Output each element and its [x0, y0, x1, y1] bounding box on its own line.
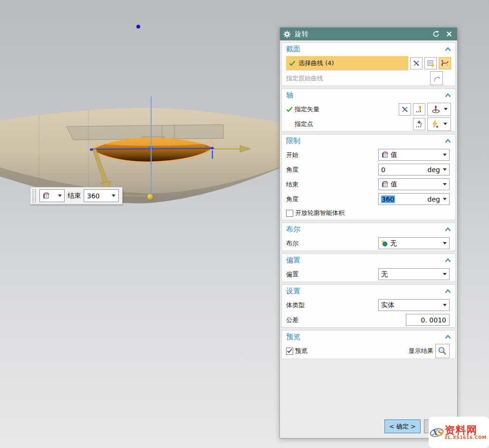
preview-checkbox[interactable] — [286, 348, 293, 355]
dropdown-caret-icon — [443, 304, 447, 306]
specify-point-label: 指定点 — [295, 120, 313, 128]
boolean-dropdown[interactable]: 无 — [378, 237, 450, 249]
axis-header-label: 轴 — [286, 91, 293, 100]
reverse-direction-button[interactable] — [410, 57, 422, 69]
vector-method-dropdown[interactable] — [427, 103, 451, 116]
collapse-chevron-icon[interactable] — [445, 47, 451, 51]
floating-end-angle-value: 360 — [87, 192, 100, 200]
check-icon — [289, 60, 296, 66]
original-curve-label: 指定原始曲线 — [286, 74, 323, 83]
specify-vector-label: 指定矢量 — [295, 105, 319, 114]
reset-button[interactable] — [431, 29, 441, 39]
point-method-dropdown[interactable] — [427, 117, 451, 131]
handle-connector-line — [120, 195, 147, 196]
watermark-site-name: 资料网 — [444, 425, 477, 436]
original-curve-icon — [432, 74, 441, 83]
settings-header-label: 设置 — [286, 287, 300, 296]
watermark: X S 资料网 ZL.XS1616.COM — [429, 417, 489, 448]
reverse-direction-icon — [412, 59, 420, 67]
limits-header-label: 限制 — [286, 136, 300, 146]
select-curve-label: 选择曲线 (4) — [298, 59, 334, 68]
show-result-button[interactable] — [435, 344, 450, 358]
curve-endpoint-left — [90, 148, 93, 151]
end-angle-unit: deg — [428, 195, 440, 203]
show-result-label: 显示结果 — [409, 347, 433, 355]
angle-drag-handle[interactable] — [147, 194, 153, 200]
panel-settings: 设置 体类型 实体 公差 — [281, 284, 456, 328]
svg-text:S: S — [437, 428, 443, 438]
tolerance-value: 0. 0010 — [421, 316, 446, 324]
curve-rule-icon — [441, 59, 449, 68]
sketch-section-icon — [427, 59, 435, 68]
onscreen-input-bar: 结束 360 — [30, 187, 123, 205]
end-type-dropdown[interactable] — [39, 189, 65, 202]
panel-boolean: 布尔 布尔 无 — [281, 223, 456, 251]
collapse-chevron-icon[interactable] — [445, 139, 451, 143]
end-angle-input[interactable]: 360 deg — [378, 193, 450, 205]
close-button[interactable]: × — [444, 29, 454, 39]
offset-header-label: 偏置 — [286, 256, 300, 265]
inferred-vector-icon — [431, 105, 441, 114]
panel-preview: 预览 预览 显示结果 — [281, 330, 456, 359]
collapse-chevron-icon[interactable] — [445, 335, 451, 339]
boolean-label: 布尔 — [286, 239, 298, 248]
point-dialog-button[interactable] — [413, 118, 425, 130]
point-dialog-icon — [415, 120, 423, 128]
body-type-dropdown[interactable]: 实体 — [378, 299, 450, 311]
dialog-titlebar[interactable]: 旋转 × — [280, 28, 457, 40]
collapse-chevron-icon[interactable] — [445, 289, 451, 293]
end-angle-label: 角度 — [286, 195, 298, 204]
floating-end-angle-input[interactable]: 360 — [84, 189, 119, 202]
section-header-label: 截面 — [286, 45, 300, 54]
drag-handle-icon[interactable] — [32, 189, 37, 203]
collapse-chevron-icon[interactable] — [445, 258, 451, 263]
checkmark-icon — [287, 349, 292, 353]
panel-offset: 偏置 偏置 无 — [281, 253, 456, 282]
vector-dialog-button[interactable] — [413, 103, 425, 116]
application-window: 结束 360 — [0, 0, 489, 448]
vertex-point[interactable] — [136, 25, 140, 29]
ok-button[interactable]: < 确定 > — [384, 419, 421, 433]
start-type-dropdown[interactable]: 值 — [378, 149, 450, 161]
collapse-chevron-icon[interactable] — [445, 93, 451, 97]
reverse-vector-button[interactable] — [399, 103, 411, 116]
open-profile-label: 开放轮廓智能体积 — [295, 209, 345, 217]
start-type-value: 值 — [391, 151, 397, 159]
collapse-chevron-icon[interactable] — [445, 227, 451, 232]
start-label: 开始 — [286, 151, 298, 159]
body-type-value: 实体 — [381, 301, 394, 310]
vector-dialog-icon — [415, 105, 423, 113]
offset-value: 无 — [381, 270, 388, 279]
value-option-icon — [381, 151, 389, 158]
dropdown-caret-icon — [443, 273, 447, 275]
open-profile-checkbox[interactable] — [286, 210, 293, 217]
value-option-icon — [42, 192, 50, 199]
end-label: 结束 — [286, 180, 298, 189]
dialog-title: 旋转 — [295, 30, 309, 39]
dropdown-caret-icon — [443, 123, 447, 125]
end-type-dropdown[interactable]: 值 — [378, 178, 450, 190]
body-type-label: 体类型 — [286, 301, 305, 310]
value-option-icon — [381, 181, 389, 188]
preview-header-label: 预览 — [286, 332, 300, 341]
watermark-site-url: ZL.XS1616.COM — [444, 436, 487, 440]
dropdown-caret-icon — [443, 168, 447, 171]
curve-rule-button[interactable] — [439, 57, 451, 69]
reset-icon — [432, 30, 440, 38]
select-curve-field[interactable]: 选择曲线 (4) — [286, 56, 408, 70]
start-angle-label: 角度 — [286, 166, 298, 174]
xs-logo-icon: X S — [430, 420, 444, 445]
original-curve-button[interactable] — [430, 71, 443, 85]
panel-section: 截面 选择曲线 (4) — [281, 42, 456, 86]
dropdown-caret-icon — [444, 108, 448, 110]
sketch-section-button[interactable] — [424, 57, 437, 69]
start-angle-unit: deg — [428, 166, 440, 174]
end-type-value: 值 — [391, 180, 397, 189]
start-angle-input[interactable]: 0 deg — [378, 164, 450, 175]
dropdown-caret-icon — [58, 195, 62, 197]
offset-dropdown[interactable]: 无 — [378, 268, 450, 280]
dropdown-caret-icon — [443, 198, 447, 200]
curve-endpoint-right — [211, 147, 213, 149]
boolean-header-label: 布尔 — [286, 225, 300, 234]
tolerance-input[interactable]: 0. 0010 — [406, 314, 450, 326]
